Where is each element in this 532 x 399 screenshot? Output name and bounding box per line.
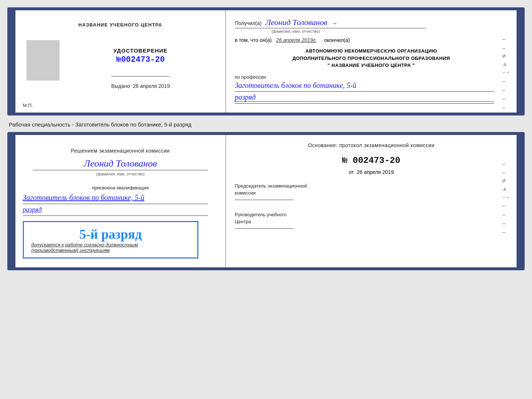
- fio-label-1: (фамилия, имя, отчество): [272, 29, 508, 33]
- received-prefix: Получил(а): [235, 20, 262, 26]
- date-row: в том, что он(а) 26 апреля 2019г. окончи…: [235, 37, 508, 43]
- allowed-underline: работе согласно должностным: [65, 242, 138, 247]
- date-suffix: окончил(а): [324, 37, 350, 43]
- mp-label: М.П.: [23, 103, 33, 108]
- spine-left-2: [10, 135, 15, 268]
- allowed-italic-2: (производственным) инструкциям: [31, 247, 110, 253]
- cert-number-value: 002473-20: [121, 55, 165, 64]
- director-line1: Руководитель учебного: [235, 211, 508, 218]
- rank-name: разряд: [235, 93, 494, 102]
- allowed-text: допускается к работе согласно должностны…: [31, 242, 190, 247]
- rank-display: 5-й разряд: [31, 227, 190, 242]
- allowed-prefix: допускается к: [31, 242, 64, 247]
- card1-body: НАЗВАНИЕ УЧЕБНОГО ЦЕНТРА УДОСТОВЕРЕНИЕ №…: [15, 10, 517, 113]
- basis-heading: Основание: протокол экзаменационной коми…: [235, 142, 508, 148]
- director-label: Руководитель учебного Центра: [235, 211, 508, 229]
- allowed-text-2: (производственным) инструкциям: [31, 247, 190, 253]
- card1-right: Получил(а) Леонид Толованов – (фамилия, …: [226, 10, 517, 113]
- card2-left: Решением экзаменационной комиссии Леонид…: [15, 135, 226, 268]
- recipient-name: Леонид Толованов: [265, 18, 327, 27]
- certificate-card-2: Решением экзаменационной комиссии Леонид…: [7, 132, 525, 271]
- chairman-label: Председатель экзаменационной комиссии: [235, 182, 508, 200]
- qualification-name: Заготовитель блоков по ботанике, 5-й: [23, 193, 144, 202]
- date-prefix: в том, что он(а): [235, 37, 272, 43]
- side-marks-2: – – И ,а ←– – – – –: [501, 157, 511, 239]
- qualification-label: присвоена квалификация: [23, 185, 218, 190]
- card2-body: Решением экзаменационной комиссии Леонид…: [15, 135, 517, 268]
- issued-line: Выдано 26 апреля 2019: [111, 83, 170, 89]
- protocol-number: № 002473-20: [235, 156, 508, 165]
- issued-label: Выдано: [111, 83, 130, 89]
- photo-content-row: УДОСТОВЕРЕНИЕ №002473-20 Выдано 26 апрел…: [23, 36, 218, 89]
- person-name: Леонид Толованов: [84, 158, 157, 169]
- card2-right: Основание: протокол экзаменационной коми…: [226, 135, 517, 268]
- issued-date: 26 апреля 2019: [133, 83, 170, 89]
- chairman-line2: комиссии: [235, 189, 508, 197]
- spine-left-1: [10, 10, 15, 113]
- cert-number-prefix: №: [116, 55, 121, 64]
- spine-right-2: · · · · · ·: [517, 135, 522, 268]
- fio-label-2: (фамилия, имя, отчество): [23, 172, 218, 176]
- director-line2: Центра: [235, 218, 508, 225]
- rank-name-2: разряд: [23, 206, 42, 214]
- certificate-card-1: НАЗВАНИЕ УЧЕБНОГО ЦЕНТРА УДОСТОВЕРЕНИЕ №…: [7, 7, 525, 115]
- chairman-sign-line: [235, 200, 294, 200]
- org-block: АВТОНОМНУЮ НЕКОММЕРЧЕСКУЮ ОРГАНИЗАЦИЮ ДО…: [235, 47, 508, 69]
- spine-right-1: · · · · · ·: [517, 10, 522, 113]
- decision-line: Решением экзаменационной комиссии: [23, 147, 218, 155]
- profession-name: Заготовитель блоков по ботанике, 5-й: [235, 81, 508, 90]
- from-date-row: от 26 апреля 2019: [235, 169, 508, 175]
- chairman-line1: Председатель экзаменационной: [235, 182, 508, 190]
- from-date-value: 26 апреля 2019: [357, 169, 394, 175]
- training-center-heading: НАЗВАНИЕ УЧЕБНОГО ЦЕНТРА: [78, 22, 162, 28]
- org-line1: АВТОНОМНУЮ НЕКОММЕРЧЕСКУЮ ОРГАНИЗАЦИЮ: [235, 47, 508, 55]
- side-marks-1: – – И ,а ←– – – – –: [501, 32, 511, 114]
- org-line3: " НАЗВАНИЕ УЧЕБНОГО ЦЕНТРА ": [235, 62, 508, 69]
- date-value: 26 апреля 2019г.: [276, 37, 317, 43]
- card1-left: НАЗВАНИЕ УЧЕБНОГО ЦЕНТРА УДОСТОВЕРЕНИЕ №…: [15, 10, 226, 113]
- specialty-label: Рабочая специальность - Заготовитель бло…: [7, 121, 525, 128]
- cert-title: УДОСТОВЕРЕНИЕ: [114, 47, 168, 54]
- profession-label: по профессии: [235, 74, 508, 80]
- from-prefix: от: [349, 169, 354, 175]
- received-row: Получил(а) Леонид Толованов –: [235, 18, 508, 27]
- director-sign-line: [235, 228, 294, 229]
- cert-number: №002473-20: [116, 55, 165, 64]
- org-line2: ДОПОЛНИТЕЛЬНОГО ПРОФЕССИОНАЛЬНОГО ОБРАЗО…: [235, 55, 508, 62]
- photo-placeholder: [26, 40, 60, 81]
- rank-box: 5-й разряд допускается к работе согласно…: [23, 221, 198, 259]
